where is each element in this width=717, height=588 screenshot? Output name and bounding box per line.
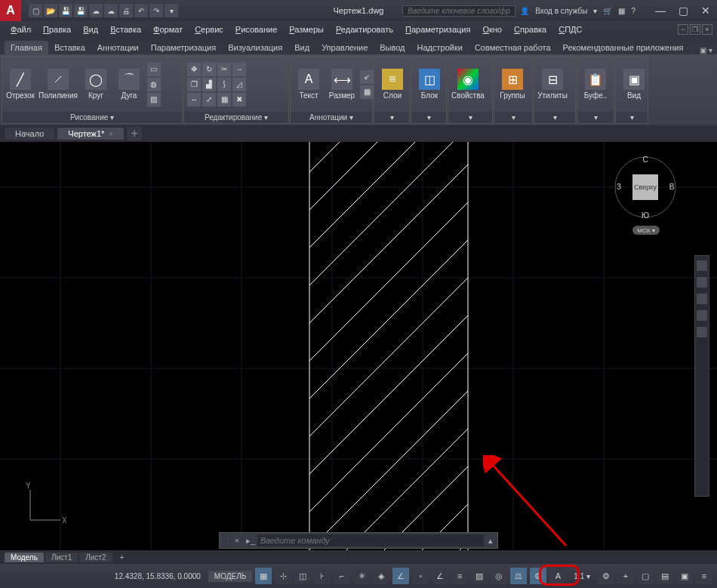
transparency-icon[interactable]: ▨: [471, 568, 488, 584]
close-button[interactable]: ✕: [694, 0, 717, 21]
drawing-canvas[interactable]: X Y Сверху С Ю В З МСК ▾: [0, 142, 717, 550]
rect-icon[interactable]: ▭: [147, 63, 161, 76]
anno-monitor-icon[interactable]: +: [617, 568, 634, 584]
doctab-drawing1[interactable]: Чертеж1*×: [57, 128, 124, 140]
exchange-icon[interactable]: ▾: [593, 7, 597, 15]
menu-insert[interactable]: Вставка: [104, 23, 147, 35]
close-icon[interactable]: ×: [109, 130, 113, 138]
tab-param[interactable]: Параметризация: [145, 41, 222, 54]
menu-window[interactable]: Окно: [476, 23, 508, 35]
person-icon[interactable]: 👤: [520, 7, 529, 15]
block-button[interactable]: ◫Блок: [414, 69, 445, 100]
array-icon[interactable]: ▦: [217, 93, 231, 106]
cmd-recent-icon[interactable]: ▴: [484, 536, 497, 546]
app-logo[interactable]: A: [0, 0, 21, 21]
arc-button[interactable]: ⌒Дуга: [114, 69, 144, 100]
anno-scale-icon[interactable]: ⚖: [510, 568, 527, 584]
web-open-icon[interactable]: ☁: [89, 4, 103, 17]
table-icon[interactable]: ▦: [360, 85, 374, 99]
leader-icon[interactable]: ↙: [360, 70, 374, 84]
mdi-close-icon[interactable]: ×: [702, 24, 712, 35]
clipboard-button[interactable]: 📋Буфе..: [580, 69, 611, 100]
minimize-button[interactable]: —: [649, 0, 672, 21]
panel-anno-title[interactable]: Аннотации ▾: [291, 112, 372, 123]
ortho-icon[interactable]: ⌐: [334, 568, 350, 584]
layout-sheet1[interactable]: Лист1: [45, 553, 78, 562]
tab-visual[interactable]: Визуализация: [222, 41, 288, 54]
showmotion-icon[interactable]: [697, 327, 707, 337]
scale-icon[interactable]: ⤢: [202, 93, 216, 106]
dynamic-input-icon[interactable]: ⊦: [314, 568, 331, 584]
cmd-close-icon[interactable]: ×: [230, 536, 244, 545]
doctab-add[interactable]: +: [127, 127, 142, 140]
qat-more-icon[interactable]: ▾: [165, 4, 178, 17]
fillet-icon[interactable]: ⟆: [217, 78, 231, 91]
isolate-icon[interactable]: ▢: [637, 568, 654, 584]
menu-modify[interactable]: Редактировать: [330, 23, 399, 35]
menu-tools[interactable]: Сервис: [189, 23, 229, 35]
hatch-icon[interactable]: ▨: [147, 93, 161, 106]
menu-help[interactable]: Справка: [508, 23, 552, 35]
dim-button[interactable]: ⟷Размер: [327, 69, 357, 100]
isodraft-icon[interactable]: ◈: [373, 568, 389, 584]
undo-icon[interactable]: ↶: [134, 4, 148, 17]
stretch-icon[interactable]: ↔: [187, 93, 201, 106]
menu-file[interactable]: Файл: [5, 23, 37, 35]
command-input[interactable]: [257, 534, 484, 546]
layers-button[interactable]: ≡Слои: [377, 69, 408, 100]
copy-icon[interactable]: ❐: [187, 78, 201, 91]
layout-model[interactable]: Модель: [5, 553, 44, 562]
anno-visibility-icon[interactable]: ⚙: [530, 568, 546, 584]
rotate-icon[interactable]: ↻: [202, 63, 216, 76]
wheel-icon[interactable]: [697, 260, 707, 271]
otrack-icon[interactable]: ∠: [432, 568, 448, 584]
maximize-button[interactable]: ▢: [672, 0, 694, 21]
menu-dim[interactable]: Размеры: [283, 23, 330, 35]
print-icon[interactable]: 🖨: [119, 4, 133, 17]
tab-featured[interactable]: Рекомендованные приложения: [557, 41, 690, 54]
menu-edit[interactable]: Правка: [37, 23, 77, 35]
model-space-button[interactable]: МОДЕЛЬ: [208, 571, 252, 582]
new-icon[interactable]: ▢: [29, 4, 42, 17]
menu-param[interactable]: Параметризация: [399, 23, 476, 35]
tab-insert[interactable]: Вставка: [48, 41, 91, 54]
tab-home[interactable]: Главная: [5, 41, 48, 54]
panel-modify-title[interactable]: Редактирование ▾: [184, 112, 288, 123]
cmd-grip-icon[interactable]: ⋮⋮: [220, 537, 230, 544]
redo-icon[interactable]: ↷: [149, 4, 163, 17]
tab-view[interactable]: Вид: [288, 41, 315, 54]
props-button[interactable]: ◉Свойства: [451, 69, 485, 100]
mdi-min-icon[interactable]: −: [678, 24, 688, 35]
help-icon[interactable]: ?: [631, 7, 635, 15]
doctab-start[interactable]: Начало: [5, 128, 54, 140]
line-button[interactable]: ╱Отрезок: [5, 69, 35, 100]
ribbon-collapse-icon[interactable]: ▣ ▾: [700, 46, 712, 54]
groups-button[interactable]: ⊞Группы: [497, 69, 528, 100]
mdi-restore-icon[interactable]: ❐: [690, 24, 700, 35]
mirror-icon[interactable]: ▟: [202, 78, 216, 91]
polyline-button[interactable]: ⟋Полилиния: [38, 69, 78, 100]
workspace-icon[interactable]: ⚙: [598, 568, 614, 584]
saveas-icon[interactable]: 💾: [74, 4, 88, 17]
menu-format[interactable]: Формат: [147, 23, 189, 35]
polar-icon[interactable]: ✳: [353, 568, 370, 584]
layout-add[interactable]: +: [114, 553, 131, 562]
command-line[interactable]: ⋮⋮ × ▸_ ▴: [219, 532, 498, 549]
move-icon[interactable]: ✥: [187, 63, 201, 76]
save-icon[interactable]: 💾: [59, 4, 72, 17]
utils-button[interactable]: ⊟Утилиты: [537, 69, 568, 100]
viewcube[interactable]: Сверху С Ю В З МСК ▾: [611, 153, 679, 221]
menu-view[interactable]: Вид: [77, 23, 104, 35]
orbit-icon[interactable]: [697, 310, 707, 321]
app-switch-icon[interactable]: ▦: [618, 7, 625, 15]
3dosnap-icon[interactable]: ▫: [412, 568, 429, 584]
open-icon[interactable]: 📂: [44, 4, 57, 17]
web-save-icon[interactable]: ☁: [104, 4, 118, 17]
signin-link[interactable]: Вход в службы: [535, 7, 587, 15]
zoom-icon[interactable]: [697, 294, 707, 304]
view-button[interactable]: ▣Вид: [619, 69, 649, 100]
text-button[interactable]: AТекст: [294, 69, 324, 100]
coords-display[interactable]: 12.4328, 15.8336, 0.0000: [110, 572, 205, 580]
ellipse-icon[interactable]: ◍: [147, 78, 161, 91]
lineweight-icon[interactable]: ≡: [451, 568, 468, 584]
